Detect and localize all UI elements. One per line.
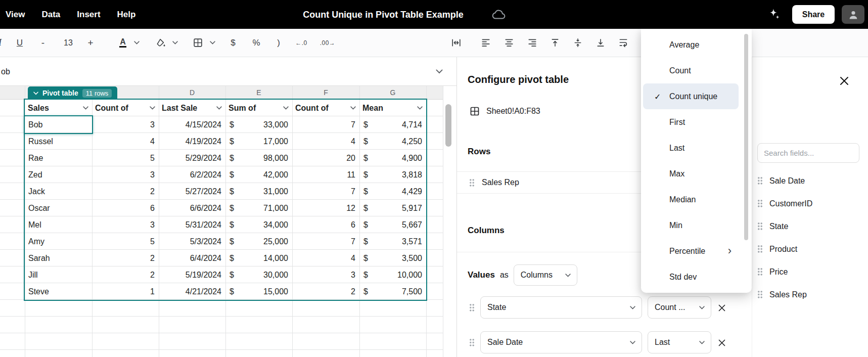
drag-handle-icon[interactable] bbox=[469, 178, 475, 187]
cell-sales-rep[interactable]: Amy bbox=[25, 233, 92, 250]
cell-count2[interactable]: 4 bbox=[292, 250, 359, 266]
close-panel-button[interactable] bbox=[837, 74, 851, 88]
spark-icon[interactable] bbox=[767, 8, 781, 21]
pivot-header-cell[interactable]: Last Sale bbox=[159, 100, 225, 116]
cell-mean[interactable]: $5,667 bbox=[359, 216, 426, 233]
cell-count[interactable]: 2 bbox=[92, 250, 159, 266]
cell-count[interactable]: 1 bbox=[92, 283, 159, 300]
cell-mean[interactable]: $3,500 bbox=[359, 250, 426, 266]
remove-value-button[interactable] bbox=[715, 301, 728, 315]
pivot-header-cell[interactable]: Mean bbox=[359, 100, 426, 116]
cell-last-sale[interactable]: 6/6/2024 bbox=[159, 200, 225, 216]
autofit-columns-icon[interactable] bbox=[447, 34, 465, 52]
cell-sales-rep[interactable]: Jill bbox=[25, 266, 92, 283]
cell-sum[interactable]: $33,000 bbox=[225, 116, 292, 133]
cell-last-sale[interactable]: 5/19/2024 bbox=[159, 266, 225, 283]
value-field-select[interactable]: State bbox=[480, 296, 642, 319]
borders-icon[interactable] bbox=[189, 34, 206, 52]
currency-format-button[interactable]: $ bbox=[225, 34, 241, 52]
cell-mean[interactable]: $3,571 bbox=[359, 233, 426, 250]
drag-handle-icon[interactable] bbox=[757, 222, 763, 231]
menu-item[interactable]: View bbox=[6, 10, 25, 20]
menu-item[interactable]: Insert bbox=[77, 10, 100, 20]
search-fields-input[interactable] bbox=[757, 143, 859, 163]
field-item[interactable]: Price bbox=[757, 260, 863, 283]
cell-count2[interactable]: 7 bbox=[292, 233, 359, 250]
cell-sum[interactable]: $71,000 bbox=[225, 200, 292, 216]
decrease-decimal-button[interactable]: ←.0 bbox=[289, 34, 313, 52]
pivot-table-badge[interactable]: Pivot table 11 rows bbox=[28, 86, 117, 100]
cell-mean[interactable]: $10,000 bbox=[359, 266, 426, 283]
grid-scrollbar[interactable] bbox=[445, 104, 451, 147]
cell-count2[interactable]: 7 bbox=[292, 116, 359, 133]
cell-count2[interactable]: 11 bbox=[292, 166, 359, 183]
cell-sales-rep[interactable]: Bob bbox=[25, 116, 92, 133]
vertical-align-middle-icon[interactable] bbox=[569, 34, 586, 52]
cell-sum[interactable]: $31,000 bbox=[225, 183, 292, 200]
field-item[interactable]: Sale Date bbox=[757, 169, 863, 192]
cell-last-sale[interactable]: 4/21/2024 bbox=[159, 283, 225, 300]
cell-last-sale[interactable]: 4/15/2024 bbox=[159, 116, 225, 133]
cell-count[interactable]: 3 bbox=[92, 216, 159, 233]
cell-count[interactable]: 2 bbox=[92, 266, 159, 283]
comma-format-button[interactable]: ) bbox=[272, 34, 285, 52]
fill-color-chevron-icon[interactable] bbox=[170, 34, 180, 52]
column-header-d[interactable]: D bbox=[159, 86, 225, 100]
value-aggregation-select[interactable]: Last bbox=[648, 331, 711, 353]
menu-option[interactable]: ✓ Max › bbox=[643, 161, 739, 187]
field-item[interactable]: CustomerID bbox=[757, 192, 863, 215]
menu-item[interactable]: Help bbox=[117, 10, 136, 20]
underline-button[interactable]: U bbox=[12, 34, 27, 52]
menu-option[interactable]: ✓ Average › bbox=[643, 32, 739, 58]
share-button[interactable]: Share bbox=[792, 5, 835, 24]
cell-count[interactable]: 3 bbox=[92, 116, 159, 133]
cell-sales-rep[interactable]: Zed bbox=[25, 166, 92, 183]
cell-sum[interactable]: $17,000 bbox=[225, 133, 292, 150]
cell-count2[interactable]: 12 bbox=[292, 200, 359, 216]
cell-sales-rep[interactable]: Russel bbox=[25, 133, 92, 150]
column-header-e[interactable]: E bbox=[225, 86, 292, 100]
vertical-align-bottom-icon[interactable] bbox=[592, 34, 609, 52]
cell-mean[interactable]: $5,917 bbox=[359, 200, 426, 216]
cell-mean[interactable]: $4,429 bbox=[359, 183, 426, 200]
cell-count[interactable]: 5 bbox=[92, 150, 159, 166]
cell-last-sale[interactable]: 6/4/2024 bbox=[159, 250, 225, 266]
font-size-increase-button[interactable]: + bbox=[83, 34, 98, 52]
field-item[interactable]: State bbox=[757, 215, 863, 238]
vertical-align-top-icon[interactable] bbox=[546, 34, 564, 52]
cell-mean[interactable]: $4,714 bbox=[359, 116, 426, 133]
cell-sum[interactable]: $25,000 bbox=[225, 233, 292, 250]
drag-handle-icon[interactable] bbox=[469, 303, 475, 312]
cell-last-sale[interactable]: 6/2/2024 bbox=[159, 166, 225, 183]
pivot-header-cell[interactable]: Count of bbox=[292, 100, 359, 116]
align-right-icon[interactable] bbox=[524, 34, 541, 52]
increase-decimal-button[interactable]: .00→ bbox=[314, 34, 341, 52]
cell-count2[interactable]: 4 bbox=[292, 133, 359, 150]
column-header-f[interactable]: F bbox=[292, 86, 359, 100]
value-aggregation-select[interactable]: Count ... bbox=[648, 296, 711, 319]
pivot-header-cell[interactable]: Sum of bbox=[225, 100, 292, 116]
menu-item[interactable]: Data bbox=[41, 10, 60, 20]
menu-option[interactable]: ✓ Median › bbox=[643, 187, 739, 212]
source-range[interactable]: Sheet0!A0:F83 bbox=[469, 105, 540, 118]
cell-sales-rep[interactable]: Mel bbox=[25, 216, 92, 233]
cell-last-sale[interactable]: 4/19/2024 bbox=[159, 133, 225, 150]
cell-count[interactable]: 6 bbox=[92, 200, 159, 216]
fill-color-icon[interactable] bbox=[152, 34, 169, 52]
cell-count2[interactable]: 2 bbox=[292, 283, 359, 300]
cell-count[interactable]: 5 bbox=[92, 233, 159, 250]
formula-bar[interactable]: ob bbox=[0, 57, 456, 86]
font-size-decrease-button[interactable]: - bbox=[35, 34, 51, 52]
cell-last-sale[interactable]: 5/31/2024 bbox=[159, 216, 225, 233]
drag-handle-icon[interactable] bbox=[757, 290, 763, 299]
value-field-select[interactable]: Sale Date bbox=[480, 331, 642, 353]
menu-option[interactable]: ✓ Last › bbox=[643, 135, 739, 161]
menu-option[interactable]: ✓ Min › bbox=[643, 212, 739, 238]
cell-count2[interactable]: 6 bbox=[292, 216, 359, 233]
menu-option[interactable]: ✓ First › bbox=[643, 109, 739, 135]
menu-option[interactable]: ✓ Std dev › bbox=[643, 264, 739, 290]
align-center-icon[interactable] bbox=[500, 34, 518, 52]
menu-option[interactable]: ✓ Percentile › bbox=[643, 238, 739, 264]
cell-sales-rep[interactable]: Steve bbox=[25, 283, 92, 300]
menu-option[interactable]: ✓ Count › bbox=[643, 58, 739, 83]
